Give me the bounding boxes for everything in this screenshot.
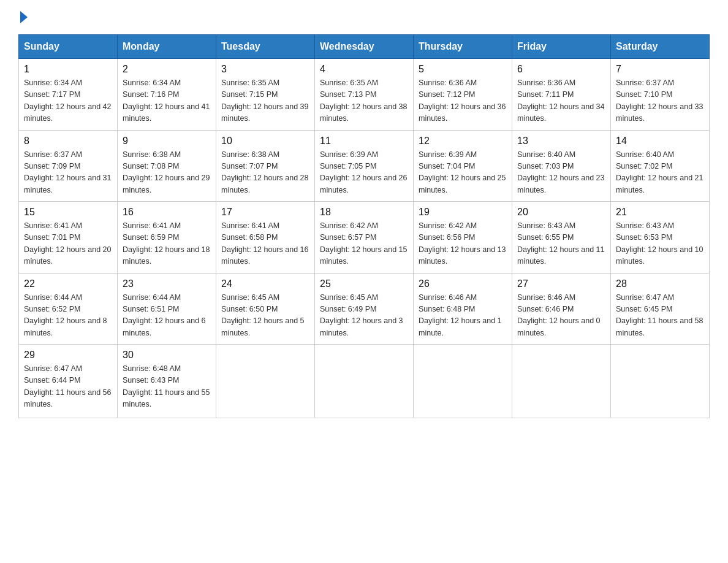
calendar-cell: 11Sunrise: 6:39 AMSunset: 7:05 PMDayligh…	[315, 130, 414, 202]
calendar-cell: 8Sunrise: 6:37 AMSunset: 7:09 PMDaylight…	[19, 130, 118, 202]
day-number: 9	[123, 136, 211, 147]
day-info: Sunrise: 6:40 AMSunset: 7:02 PMDaylight:…	[616, 149, 704, 197]
day-info: Sunrise: 6:47 AMSunset: 6:44 PMDaylight:…	[24, 363, 112, 411]
day-info: Sunrise: 6:39 AMSunset: 7:05 PMDaylight:…	[320, 149, 408, 197]
calendar-cell: 16Sunrise: 6:41 AMSunset: 6:59 PMDayligh…	[118, 202, 216, 274]
day-info: Sunrise: 6:45 AMSunset: 6:50 PMDaylight:…	[221, 292, 309, 340]
day-number: 11	[320, 136, 408, 147]
page-header	[18, 12, 710, 23]
day-number: 10	[221, 136, 309, 147]
calendar-cell: 21Sunrise: 6:43 AMSunset: 6:53 PMDayligh…	[611, 202, 710, 274]
day-info: Sunrise: 6:46 AMSunset: 6:46 PMDaylight:…	[517, 292, 605, 340]
calendar-week-row: 1Sunrise: 6:34 AMSunset: 7:17 PMDaylight…	[19, 59, 710, 131]
day-number: 15	[24, 207, 112, 218]
day-number: 1	[24, 64, 112, 75]
calendar-cell: 15Sunrise: 6:41 AMSunset: 7:01 PMDayligh…	[19, 202, 118, 274]
day-number: 13	[517, 136, 605, 147]
day-info: Sunrise: 6:41 AMSunset: 7:01 PMDaylight:…	[24, 220, 112, 268]
column-header-friday: Friday	[512, 35, 611, 59]
day-number: 26	[419, 278, 507, 289]
day-info: Sunrise: 6:44 AMSunset: 6:52 PMDaylight:…	[24, 292, 112, 340]
day-info: Sunrise: 6:41 AMSunset: 6:59 PMDaylight:…	[123, 220, 211, 268]
day-number: 2	[123, 64, 211, 75]
day-number: 20	[517, 207, 605, 218]
day-number: 17	[221, 207, 309, 218]
calendar-cell: 19Sunrise: 6:42 AMSunset: 6:56 PMDayligh…	[414, 202, 512, 274]
calendar-cell: 25Sunrise: 6:45 AMSunset: 6:49 PMDayligh…	[315, 273, 414, 345]
day-number: 5	[419, 64, 507, 75]
day-info: Sunrise: 6:42 AMSunset: 6:56 PMDaylight:…	[419, 220, 507, 268]
day-info: Sunrise: 6:37 AMSunset: 7:09 PMDaylight:…	[24, 149, 112, 197]
calendar-cell: 6Sunrise: 6:36 AMSunset: 7:11 PMDaylight…	[512, 59, 611, 131]
calendar-cell: 26Sunrise: 6:46 AMSunset: 6:48 PMDayligh…	[414, 273, 512, 345]
calendar-header-row: SundayMondayTuesdayWednesdayThursdayFrid…	[19, 35, 710, 59]
day-number: 27	[517, 278, 605, 289]
calendar-cell: 1Sunrise: 6:34 AMSunset: 7:17 PMDaylight…	[19, 59, 118, 131]
calendar-cell: 29Sunrise: 6:47 AMSunset: 6:44 PMDayligh…	[19, 345, 118, 418]
calendar-cell: 13Sunrise: 6:40 AMSunset: 7:03 PMDayligh…	[512, 130, 611, 202]
calendar-cell: 28Sunrise: 6:47 AMSunset: 6:45 PMDayligh…	[611, 273, 710, 345]
day-number: 23	[123, 278, 211, 289]
day-info: Sunrise: 6:42 AMSunset: 6:57 PMDaylight:…	[320, 220, 408, 268]
calendar-week-row: 22Sunrise: 6:44 AMSunset: 6:52 PMDayligh…	[19, 273, 710, 345]
column-header-monday: Monday	[118, 35, 216, 59]
column-header-saturday: Saturday	[611, 35, 710, 59]
day-number: 24	[221, 278, 309, 289]
day-number: 3	[221, 64, 309, 75]
calendar-cell: 18Sunrise: 6:42 AMSunset: 6:57 PMDayligh…	[315, 202, 414, 274]
calendar-cell: 20Sunrise: 6:43 AMSunset: 6:55 PMDayligh…	[512, 202, 611, 274]
day-number: 18	[320, 207, 408, 218]
day-number: 14	[616, 136, 704, 147]
day-number: 16	[123, 207, 211, 218]
calendar-cell: 23Sunrise: 6:44 AMSunset: 6:51 PMDayligh…	[118, 273, 216, 345]
calendar-cell: 12Sunrise: 6:39 AMSunset: 7:04 PMDayligh…	[414, 130, 512, 202]
calendar-cell: 27Sunrise: 6:46 AMSunset: 6:46 PMDayligh…	[512, 273, 611, 345]
day-info: Sunrise: 6:35 AMSunset: 7:15 PMDaylight:…	[221, 77, 309, 125]
calendar-week-row: 29Sunrise: 6:47 AMSunset: 6:44 PMDayligh…	[19, 345, 710, 418]
calendar-cell: 17Sunrise: 6:41 AMSunset: 6:58 PMDayligh…	[216, 202, 315, 274]
calendar-cell: 3Sunrise: 6:35 AMSunset: 7:15 PMDaylight…	[216, 59, 315, 131]
logo-triangle-icon	[20, 11, 28, 23]
day-info: Sunrise: 6:34 AMSunset: 7:17 PMDaylight:…	[24, 77, 112, 125]
day-number: 19	[419, 207, 507, 218]
day-info: Sunrise: 6:35 AMSunset: 7:13 PMDaylight:…	[320, 77, 408, 125]
day-number: 6	[517, 64, 605, 75]
day-info: Sunrise: 6:36 AMSunset: 7:12 PMDaylight:…	[419, 77, 507, 125]
calendar-cell	[512, 345, 611, 418]
calendar-body: 1Sunrise: 6:34 AMSunset: 7:17 PMDaylight…	[19, 59, 710, 418]
calendar-table: SundayMondayTuesdayWednesdayThursdayFrid…	[18, 34, 710, 418]
day-info: Sunrise: 6:41 AMSunset: 6:58 PMDaylight:…	[221, 220, 309, 268]
logo	[18, 12, 28, 23]
day-info: Sunrise: 6:39 AMSunset: 7:04 PMDaylight:…	[419, 149, 507, 197]
calendar-cell: 24Sunrise: 6:45 AMSunset: 6:50 PMDayligh…	[216, 273, 315, 345]
day-info: Sunrise: 6:38 AMSunset: 7:08 PMDaylight:…	[123, 149, 211, 197]
day-info: Sunrise: 6:37 AMSunset: 7:10 PMDaylight:…	[616, 77, 704, 125]
day-number: 21	[616, 207, 704, 218]
calendar-cell: 7Sunrise: 6:37 AMSunset: 7:10 PMDaylight…	[611, 59, 710, 131]
day-info: Sunrise: 6:43 AMSunset: 6:55 PMDaylight:…	[517, 220, 605, 268]
day-info: Sunrise: 6:36 AMSunset: 7:11 PMDaylight:…	[517, 77, 605, 125]
day-info: Sunrise: 6:34 AMSunset: 7:16 PMDaylight:…	[123, 77, 211, 125]
day-number: 12	[419, 136, 507, 147]
day-info: Sunrise: 6:44 AMSunset: 6:51 PMDaylight:…	[123, 292, 211, 340]
column-header-sunday: Sunday	[19, 35, 118, 59]
calendar-cell	[611, 345, 710, 418]
day-number: 28	[616, 278, 704, 289]
calendar-cell: 9Sunrise: 6:38 AMSunset: 7:08 PMDaylight…	[118, 130, 216, 202]
day-number: 30	[123, 350, 211, 361]
calendar-cell: 4Sunrise: 6:35 AMSunset: 7:13 PMDaylight…	[315, 59, 414, 131]
calendar-cell	[315, 345, 414, 418]
calendar-cell: 10Sunrise: 6:38 AMSunset: 7:07 PMDayligh…	[216, 130, 315, 202]
calendar-week-row: 8Sunrise: 6:37 AMSunset: 7:09 PMDaylight…	[19, 130, 710, 202]
logo-blue-part	[18, 12, 28, 23]
calendar-cell	[414, 345, 512, 418]
day-number: 7	[616, 64, 704, 75]
calendar-cell: 14Sunrise: 6:40 AMSunset: 7:02 PMDayligh…	[611, 130, 710, 202]
day-number: 25	[320, 278, 408, 289]
day-info: Sunrise: 6:46 AMSunset: 6:48 PMDaylight:…	[419, 292, 507, 340]
calendar-cell: 2Sunrise: 6:34 AMSunset: 7:16 PMDaylight…	[118, 59, 216, 131]
calendar-cell	[216, 345, 315, 418]
day-info: Sunrise: 6:38 AMSunset: 7:07 PMDaylight:…	[221, 149, 309, 197]
column-header-thursday: Thursday	[414, 35, 512, 59]
day-info: Sunrise: 6:43 AMSunset: 6:53 PMDaylight:…	[616, 220, 704, 268]
